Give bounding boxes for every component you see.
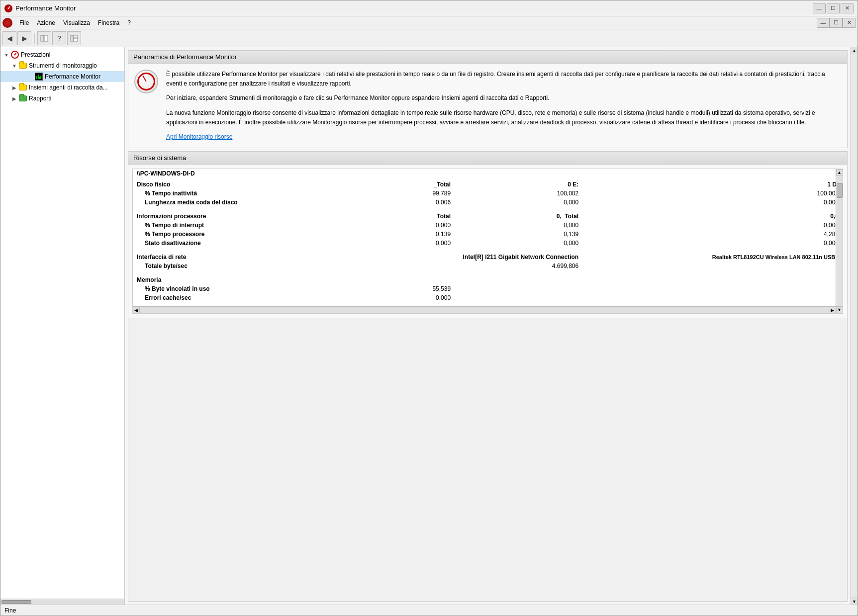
menu-file[interactable]: File [15, 18, 33, 27]
overview-header: Panoramica di Performance Monitor [128, 51, 847, 64]
disco-fisico-col2: 0 E: [455, 178, 582, 189]
svg-point-2 [8, 7, 9, 9]
content-scrollbar[interactable]: ▲ ▼ [851, 47, 858, 605]
svg-rect-3 [41, 35, 44, 41]
disco-metric-1-val3: 100,002 [582, 189, 843, 198]
proc-metric-3-val2: 0,000 [455, 239, 582, 248]
menu-azione[interactable]: Azione [33, 18, 59, 27]
memoria-header-row: Memoria [133, 273, 843, 284]
disco-metric-2-val2: 0,000 [455, 198, 582, 207]
sidebar-scrollbar[interactable] [0, 599, 124, 605]
menu-visualizza[interactable]: Visualizza [59, 18, 94, 27]
disco-row-1: % Tempo inattività 99,789 100,002 100,00… [133, 189, 843, 198]
back-button[interactable]: ◀ [2, 31, 16, 45]
menu-help[interactable]: ? [123, 18, 135, 27]
scroll-left-arrow[interactable]: ◀ [133, 307, 140, 314]
svg-rect-7 [74, 38, 78, 41]
toolbar-close-button[interactable]: ✕ [843, 18, 856, 28]
overview-para1: È possibile utilizzare Performance Monit… [166, 70, 841, 88]
proc-col1: _Total [343, 210, 455, 221]
strumenti-label: Strumenti di monitoraggio [29, 62, 97, 69]
content-area: Panoramica di Performance Monitor È poss… [125, 47, 858, 605]
resources-table-container: ▲ ▼ \\PC-WINDOWS-DI-D [132, 169, 843, 314]
window-controls: — ☐ ✕ [813, 3, 854, 13]
proc-metric-3-val3: 0,000 [582, 239, 843, 248]
expand-strumenti[interactable]: ▼ [10, 62, 18, 70]
sidebar-item-prestazioni[interactable]: ▼ Prestazioni [0, 49, 124, 60]
proc-row-1: % Tempo di interrupt 0,000 0,000 0,000 [133, 221, 843, 230]
overview-text: È possibile utilizzare Performance Monit… [166, 70, 841, 142]
expand-rapporti[interactable]: ▶ [10, 94, 18, 102]
svg-rect-5 [71, 35, 73, 41]
status-bar: Fine [0, 605, 858, 616]
show-hide-tree-button[interactable] [37, 31, 51, 45]
minimize-button[interactable]: — [813, 3, 826, 13]
scroll-thumb[interactable] [837, 183, 843, 198]
content-scroll-area: Panoramica di Performance Monitor È poss… [125, 47, 858, 605]
network-header-row: Interfaccia di rete Intel[R] I211 Gigabi… [133, 251, 843, 262]
rapporti-label: Rapporti [29, 95, 51, 102]
disco-metric-2-val1: 0,006 [343, 198, 455, 207]
perf-logo [134, 70, 158, 93]
proc-metric-1-val2: 0,000 [455, 221, 582, 230]
toolbar-minimize-button[interactable]: — [817, 18, 830, 28]
forward-button[interactable]: ▶ [17, 31, 31, 45]
network-col2: Realtek RTL8192CU Wireless LAN 802.11n U… [582, 251, 843, 262]
content-pane: Panoramica di Performance Monitor È poss… [125, 47, 851, 605]
maximize-button[interactable]: ☐ [827, 3, 840, 13]
network-label: Interfaccia di rete [133, 251, 343, 262]
expand-prestazioni[interactable]: ▼ [2, 51, 10, 59]
sidebar: ▼ Prestazioni ▼ [0, 47, 125, 605]
overview-para2: Per iniziare, espandere Strumenti di mon… [166, 93, 841, 103]
menu-finestra[interactable]: Finestra [94, 18, 123, 27]
disco-metric-1-val1: 99,789 [343, 189, 455, 198]
memoria-metric-2-val1: 0,000 [343, 293, 455, 302]
memoria-row-2: Errori cache/sec 0,000 [133, 293, 843, 302]
sidebar-scroll-thumb[interactable] [1, 600, 31, 604]
memoria-metric-2-label: Errori cache/sec [133, 293, 343, 302]
svg-rect-6 [74, 35, 78, 38]
help-button[interactable]: ? [52, 31, 66, 45]
sidebar-item-insiemi[interactable]: ▶ Insiemi agenti di raccolta da... [0, 82, 124, 93]
properties-button[interactable] [67, 31, 81, 45]
table-horizontal-scrollbar[interactable]: ◀ ▶ [133, 306, 843, 313]
memoria-label: Memoria [133, 273, 343, 284]
open-monitoring-link[interactable]: Apri Monitoraggio risorse [166, 133, 232, 140]
disco-metric-2-label: Lunghezza media coda del disco [133, 198, 343, 207]
perf-needle [142, 75, 147, 82]
expand-insiemi[interactable]: ▶ [10, 84, 18, 91]
toolbar-restore-button[interactable]: ☐ [830, 18, 843, 28]
memoria-row-1: % Byte vincolati in uso 55,539 [133, 284, 843, 293]
resources-body: ▲ ▼ \\PC-WINDOWS-DI-D [128, 165, 847, 318]
proc-col2: 0,_Total [455, 210, 582, 221]
proc-metric-3-label: Stato disattivazione [133, 239, 343, 248]
app-menu-icon [2, 18, 12, 28]
disco-metric-1-val2: 100,002 [455, 189, 582, 198]
disco-metric-2-val3: 0,000 [582, 198, 843, 207]
pm-icon [34, 73, 43, 81]
scroll-right-arrow[interactable]: ▶ [829, 307, 836, 314]
scroll-up-arrow[interactable]: ▲ [836, 169, 843, 176]
network-metric-1-label: Totale byte/sec [133, 262, 343, 270]
rapporti-icon [18, 94, 27, 102]
sidebar-item-performance-monitor[interactable]: ▶ Performance Monitor [0, 71, 124, 82]
content-scroll-track[interactable] [851, 54, 858, 598]
overview-body: È possibile utilizzare Performance Monit… [128, 64, 847, 148]
title-bar: Performance Monitor — ☐ ✕ [0, 0, 858, 16]
computer-name-row: \\PC-WINDOWS-DI-D [133, 169, 843, 178]
content-scroll-up-arrow[interactable]: ▲ [851, 47, 858, 54]
sidebar-item-rapporti[interactable]: ▶ Rapporti [0, 93, 124, 104]
svg-rect-4 [44, 35, 48, 41]
svg-point-10 [14, 54, 16, 56]
proc-metric-3-val1: 0,000 [343, 239, 455, 248]
proc-metric-2-val3: 4,288 [582, 230, 843, 239]
proc-metric-2-label: % Tempo processore [133, 230, 343, 239]
close-button[interactable]: ✕ [841, 3, 854, 13]
table-scrollbar-right[interactable]: ▲ ▼ [836, 169, 843, 313]
sidebar-item-strumenti[interactable]: ▼ Strumenti di monitoraggio [0, 60, 124, 71]
content-scroll-down-arrow[interactable]: ▼ [851, 598, 858, 605]
proc-info-label: Informazioni processore [133, 210, 343, 221]
insiemi-label: Insiemi agenti di raccolta da... [29, 84, 108, 91]
scroll-down-arrow[interactable]: ▼ [836, 306, 843, 313]
network-col1: Intel[R] I211 Gigabit Network Connection [343, 251, 582, 262]
